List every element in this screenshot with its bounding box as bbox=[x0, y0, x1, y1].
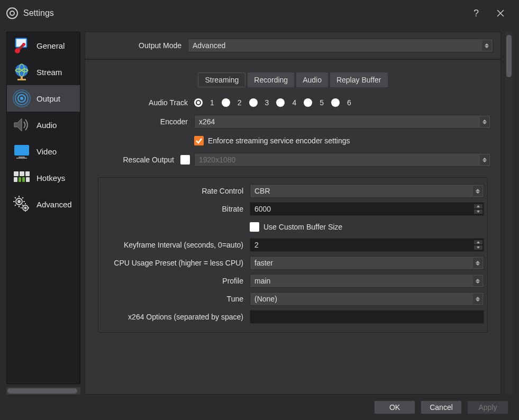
rate-control-value: CBR bbox=[254, 187, 270, 195]
svg-rect-15 bbox=[16, 158, 27, 159]
bitrate-label: Bitrate bbox=[102, 205, 250, 213]
tune-label: Tune bbox=[102, 295, 250, 303]
sidebar-item-label: General bbox=[37, 41, 65, 50]
svg-rect-16 bbox=[14, 171, 19, 176]
sidebar-item-label: Hotkeys bbox=[37, 174, 65, 182]
x264-options-input[interactable] bbox=[250, 310, 484, 324]
audio-track-radio-3[interactable] bbox=[249, 98, 258, 107]
svg-rect-19 bbox=[14, 177, 17, 182]
profile-combo[interactable]: main bbox=[250, 274, 484, 288]
general-icon bbox=[11, 35, 32, 56]
tune-value: (None) bbox=[254, 295, 277, 303]
encoder-settings-panel: Rate Control CBR Bitrate bbox=[98, 177, 488, 333]
audio-icon bbox=[11, 114, 32, 135]
chevron-updown-icon bbox=[480, 116, 489, 127]
settings-sidebar: General Stream Output bbox=[6, 32, 80, 384]
svg-rect-21 bbox=[22, 177, 25, 182]
encoder-value: x264 bbox=[199, 117, 215, 126]
bitrate-input[interactable]: 6000 bbox=[250, 202, 484, 216]
keyframe-input[interactable]: 2 bbox=[250, 238, 484, 252]
sidebar-item-label: Video bbox=[37, 147, 57, 156]
sidebar-item-label: Advanced bbox=[37, 200, 72, 209]
settings-window: Settings ? General Stream bbox=[0, 0, 519, 420]
svg-point-4 bbox=[22, 43, 25, 46]
tab-streaming[interactable]: Streaming bbox=[198, 72, 245, 87]
tab-audio[interactable]: Audio bbox=[296, 72, 328, 87]
check-icon bbox=[195, 137, 203, 144]
svg-point-9 bbox=[20, 97, 23, 100]
video-icon bbox=[11, 141, 32, 162]
rate-control-combo[interactable]: CBR bbox=[250, 184, 484, 198]
enforce-encoder-label: Enforce streaming service encoder settin… bbox=[208, 136, 350, 145]
spinner-icon bbox=[474, 204, 482, 214]
audio-track-radio-4[interactable] bbox=[276, 98, 285, 107]
custom-buffer-checkbox[interactable] bbox=[250, 222, 259, 232]
window-title: Settings bbox=[23, 8, 54, 18]
sidebar-item-output[interactable]: Output bbox=[7, 85, 80, 112]
hotkeys-icon bbox=[11, 167, 32, 188]
output-mode-value: Advanced bbox=[193, 41, 225, 50]
enforce-encoder-checkbox[interactable] bbox=[194, 136, 204, 145]
cpu-preset-label: CPU Usage Preset (higher = less CPU) bbox=[102, 259, 250, 267]
sidebar-item-audio[interactable]: Audio bbox=[7, 112, 80, 138]
profile-value: main bbox=[254, 277, 270, 285]
help-button[interactable]: ? bbox=[464, 0, 488, 26]
ok-button[interactable]: OK bbox=[374, 400, 415, 414]
tune-combo[interactable]: (None) bbox=[250, 292, 484, 306]
rescale-output-combo[interactable]: 1920x1080 bbox=[194, 153, 491, 167]
encoder-combo[interactable]: x264 bbox=[194, 115, 491, 129]
svg-point-26 bbox=[25, 207, 26, 209]
titlebar: Settings ? bbox=[0, 0, 519, 26]
audio-track-label: Audio Track bbox=[95, 98, 194, 107]
advanced-icon bbox=[11, 194, 32, 215]
sidebar-item-label: Stream bbox=[37, 68, 62, 77]
tab-recording[interactable]: Recording bbox=[248, 72, 294, 87]
audio-track-radio-2[interactable] bbox=[222, 98, 230, 107]
audio-track-radio-1[interactable] bbox=[194, 98, 203, 107]
audio-track-radio-5[interactable] bbox=[304, 98, 312, 107]
stream-icon bbox=[11, 61, 32, 83]
sidebar-item-advanced[interactable]: Advanced bbox=[7, 191, 80, 217]
bitrate-value: 6000 bbox=[254, 205, 271, 213]
output-mode-combo[interactable]: Advanced bbox=[188, 39, 493, 52]
main-scrollbar[interactable] bbox=[505, 32, 513, 395]
cpu-preset-value: faster bbox=[254, 259, 273, 267]
chevron-updown-icon bbox=[473, 294, 482, 304]
sidebar-item-label: Audio bbox=[37, 121, 57, 130]
encoder-label: Encoder bbox=[95, 117, 194, 126]
output-icon bbox=[11, 88, 32, 109]
cancel-button[interactable]: Cancel bbox=[421, 400, 462, 414]
cpu-preset-combo[interactable]: faster bbox=[250, 256, 484, 270]
dialog-footer: OK Cancel Apply bbox=[0, 395, 519, 420]
profile-label: Profile bbox=[102, 277, 250, 285]
tab-replay-buffer[interactable]: Replay Buffer bbox=[330, 72, 388, 87]
svg-rect-14 bbox=[19, 157, 25, 158]
output-mode-label: Output Mode bbox=[93, 41, 188, 50]
audio-track-radio-6[interactable] bbox=[331, 98, 340, 107]
close-window-button[interactable] bbox=[488, 0, 513, 26]
rescale-output-label: Rescale Output bbox=[95, 156, 180, 164]
chevron-updown-icon bbox=[473, 186, 482, 196]
x264-options-label: x264 Options (separated by space) bbox=[102, 313, 250, 321]
svg-rect-8 bbox=[17, 79, 26, 80]
settings-main-panel: Output Mode Advanced Streaming Recording bbox=[85, 32, 501, 395]
sidebar-item-hotkeys[interactable]: Hotkeys bbox=[7, 165, 80, 191]
svg-rect-18 bbox=[25, 171, 30, 176]
svg-rect-20 bbox=[19, 177, 21, 182]
sidebar-scrollbar[interactable] bbox=[6, 387, 80, 395]
apply-button[interactable]: Apply bbox=[467, 400, 508, 414]
svg-point-3 bbox=[15, 48, 20, 53]
rescale-output-checkbox[interactable] bbox=[180, 155, 190, 165]
sidebar-item-stream[interactable]: Stream bbox=[7, 59, 80, 85]
chevron-updown-icon bbox=[473, 276, 482, 286]
chevron-updown-icon bbox=[480, 154, 489, 165]
custom-buffer-label: Use Custom Buffer Size bbox=[263, 223, 342, 231]
svg-rect-22 bbox=[26, 177, 30, 182]
sidebar-item-label: Output bbox=[37, 94, 60, 103]
output-tabs: Streaming Recording Audio Replay Buffer bbox=[93, 65, 493, 87]
svg-point-24 bbox=[18, 200, 20, 203]
sidebar-item-video[interactable]: Video bbox=[7, 138, 80, 165]
chevron-updown-icon bbox=[482, 40, 491, 51]
obs-logo-icon bbox=[6, 7, 18, 19]
sidebar-item-general[interactable]: General bbox=[7, 32, 80, 59]
